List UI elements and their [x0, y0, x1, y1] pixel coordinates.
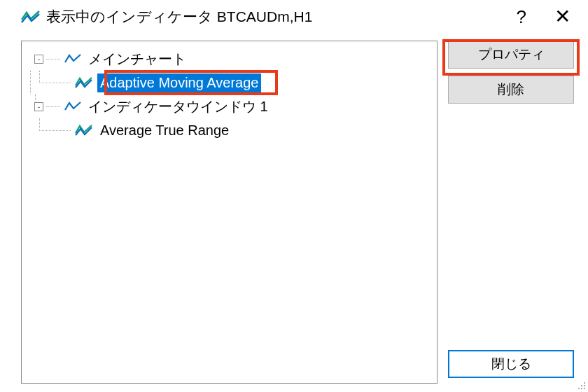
tree-node-indicator-window[interactable]: - インディケータウインドウ 1 [27, 94, 431, 118]
window-title: 表示中のインディケータ BTCAUDm,H1 [46, 7, 517, 27]
resize-grip[interactable] [575, 379, 585, 389]
tree-label: インディケータウインドウ 1 [85, 96, 271, 118]
indicator-tree: - メインチャート Adaptive [21, 41, 438, 384]
indicator-icon [75, 76, 93, 89]
close-icon[interactable]: ✕ [554, 7, 570, 27]
tree-label: メインチャート [85, 48, 189, 70]
app-icon [21, 10, 41, 24]
chart-icon [64, 53, 81, 64]
indicator-icon [75, 124, 93, 136]
help-button[interactable]: ? [517, 6, 526, 28]
title-bar: 表示中のインディケータ BTCAUDm,H1 ? ✕ [0, 0, 588, 34]
chart-icon [64, 101, 81, 112]
tree-label: Average True Range [97, 121, 232, 140]
collapse-icon[interactable]: - [34, 55, 43, 64]
delete-button[interactable]: 削除 [448, 76, 574, 104]
tree-node-adaptive-ma[interactable]: Adaptive Moving Average [27, 71, 431, 94]
collapse-icon[interactable]: - [34, 102, 43, 111]
tree-node-main-chart[interactable]: - メインチャート [27, 47, 431, 71]
tree-node-atr[interactable]: Average True Range [27, 118, 431, 142]
properties-button[interactable]: プロパティ [448, 41, 574, 69]
tree-label-selected: Adaptive Moving Average [97, 74, 261, 92]
close-button[interactable]: 閉じる [448, 350, 574, 378]
